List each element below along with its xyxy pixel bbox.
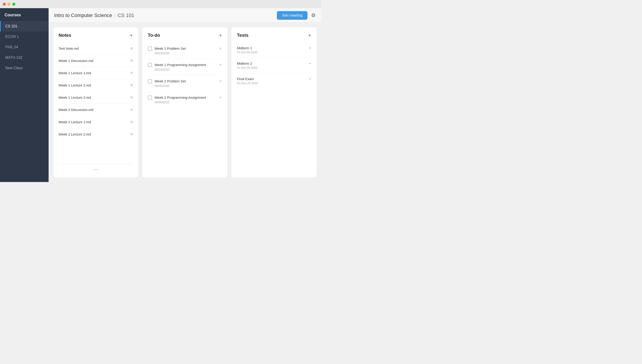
todo-item-date: 09/30/2020 — [155, 100, 216, 104]
sidebar-item-econ1[interactable]: ECON 1 — [0, 32, 49, 42]
notes-bottom-add-button[interactable]: — — [93, 167, 98, 172]
note-item[interactable]: Week 1 Lecture 3.md ≡ — [59, 92, 133, 104]
test-item: Midterm 1 Fri Oct 09 2020 × — [237, 42, 311, 58]
note-menu-icon[interactable]: ≡ — [130, 95, 133, 100]
notes-bottom-bar: — — [59, 164, 133, 172]
note-item[interactable]: Test Note.md ≡ — [59, 42, 133, 55]
note-item[interactable]: Week 2 Lecture 1.md ≡ — [59, 116, 133, 128]
todo-item-name: Week 1 Programming Assignment — [155, 62, 216, 67]
todo-title: To-do — [148, 33, 160, 38]
notes-add-button[interactable]: + — [130, 33, 133, 38]
note-menu-icon[interactable]: ≡ — [130, 58, 133, 63]
todo-item: Week 1 Problem Set 09/23/2020 × — [148, 42, 222, 59]
header-divider: | — [115, 14, 115, 18]
todo-item: Week 2 Problem Set 09/30/2020 × — [148, 75, 222, 92]
todo-item-name: Week 2 Problem Set — [155, 79, 216, 84]
sidebar-item-math102[interactable]: MATH 102 — [0, 52, 49, 63]
todo-card: To-do + Week 1 Problem Set 09/23/2020 × … — [142, 27, 228, 178]
todo-item-date: 09/23/2020 — [155, 68, 216, 71]
todo-remove-button[interactable]: × — [219, 46, 222, 51]
test-item-date: Fri Nov 20 2020 — [237, 82, 258, 85]
todo-remove-button[interactable]: × — [219, 62, 222, 68]
minimize-button[interactable] — [8, 3, 11, 6]
test-item-name: Midterm 1 — [237, 46, 257, 50]
sidebar-item-cs101[interactable]: CS 101 — [0, 21, 49, 32]
todo-item: Week 1 Programming Assignment 09/23/2020… — [148, 59, 222, 75]
note-item[interactable]: Week 1 Lecture 1.md ≡ — [59, 67, 133, 79]
tests-add-button[interactable]: + — [308, 33, 311, 38]
todo-add-button[interactable]: + — [219, 33, 222, 38]
close-button[interactable] — [3, 3, 6, 6]
test-remove-button[interactable]: × — [309, 77, 311, 81]
note-item[interactable]: Week 1 Discussion.md ≡ — [59, 55, 133, 67]
todo-item: Week 2 Programming Assignment 09/30/2020… — [148, 92, 222, 108]
test-item: Final Exam Fri Nov 20 2020 × — [237, 73, 311, 88]
sidebar-item-newclass[interactable]: New Class — [0, 63, 49, 73]
app-container: Courses CS 101 ECON 1 PHIL 54 MATH 102 N… — [0, 8, 321, 182]
note-menu-icon[interactable]: ≡ — [130, 46, 133, 51]
todo-item-name: Week 1 Problem Set — [155, 46, 216, 51]
note-menu-icon[interactable]: ≡ — [130, 107, 133, 112]
note-item[interactable]: Week 2 Lecture 2.md ≡ — [59, 128, 133, 140]
notes-card-header: Notes + — [59, 33, 133, 38]
test-item-name: Midterm 2 — [237, 62, 257, 65]
todo-item-date: 09/23/2020 — [155, 52, 216, 55]
tests-card-header: Tests + — [237, 33, 311, 38]
sidebar-item-phil54[interactable]: PHIL 54 — [0, 42, 49, 52]
note-menu-icon[interactable]: ≡ — [130, 120, 133, 124]
course-code: CS 101 — [118, 12, 134, 18]
course-name: Intro to Computer Science — [54, 12, 112, 18]
test-remove-button[interactable]: × — [309, 46, 311, 50]
sidebar: Courses CS 101 ECON 1 PHIL 54 MATH 102 N… — [0, 8, 49, 182]
todo-item-date: 09/30/2020 — [155, 84, 216, 88]
test-item-date: Fri Oct 09 2020 — [237, 50, 257, 54]
test-item-name: Final Exam — [237, 77, 258, 81]
todo-item-name: Week 2 Programming Assignment — [155, 95, 216, 100]
main-panel: Intro to Computer Science | CS 101 Join … — [49, 8, 321, 182]
top-bar: Intro to Computer Science | CS 101 Join … — [49, 8, 321, 23]
todo-checkbox[interactable] — [148, 46, 152, 50]
note-item[interactable]: Week 1 Lecture 2.md ≡ — [59, 79, 133, 92]
tests-card: Tests + Midterm 1 Fri Oct 09 2020 × Midt… — [231, 27, 317, 178]
test-item: Midterm 2 Fri Oct 30 2020 × — [237, 58, 311, 73]
todo-checkbox[interactable] — [148, 96, 152, 100]
note-menu-icon[interactable]: ≡ — [130, 132, 133, 136]
maximize-button[interactable] — [12, 3, 15, 6]
tests-title: Tests — [237, 33, 248, 38]
notes-card: Notes + Test Note.md ≡ Week 1 Discussion… — [53, 27, 138, 178]
notes-title: Notes — [59, 33, 71, 38]
todo-checkbox[interactable] — [148, 79, 152, 83]
settings-icon[interactable]: ⚙ — [311, 12, 316, 18]
note-menu-icon[interactable]: ≡ — [130, 70, 133, 75]
note-item[interactable]: Week 2 Discussion.md ≡ — [59, 104, 133, 116]
todo-checkbox[interactable] — [148, 63, 152, 67]
test-remove-button[interactable]: × — [309, 62, 311, 66]
todo-remove-button[interactable]: × — [219, 79, 222, 84]
todo-card-header: To-do + — [148, 33, 222, 38]
titlebar — [0, 0, 321, 8]
note-menu-icon[interactable]: ≡ — [130, 83, 133, 88]
join-meeting-button[interactable]: Join meeting — [277, 11, 307, 20]
sidebar-title: Courses — [0, 8, 49, 21]
todo-remove-button[interactable]: × — [219, 95, 222, 100]
content-area: Notes + Test Note.md ≡ Week 1 Discussion… — [49, 23, 321, 182]
test-item-date: Fri Oct 30 2020 — [237, 66, 257, 70]
